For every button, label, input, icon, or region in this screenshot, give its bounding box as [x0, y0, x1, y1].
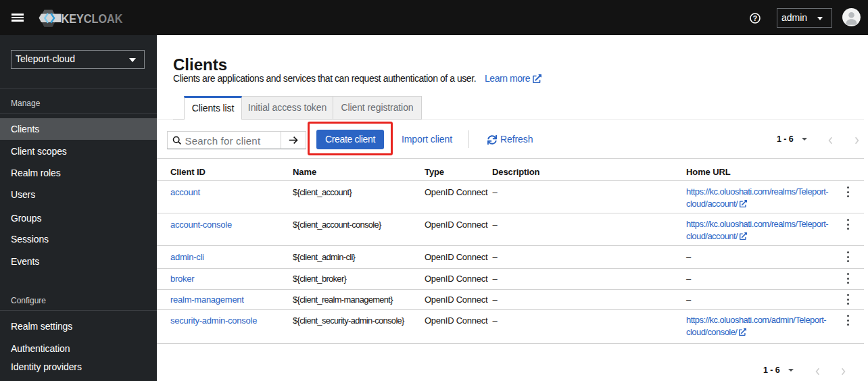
- svg-text:KEYCLOAK: KEYCLOAK: [62, 11, 124, 26]
- svg-text:?: ?: [753, 14, 757, 22]
